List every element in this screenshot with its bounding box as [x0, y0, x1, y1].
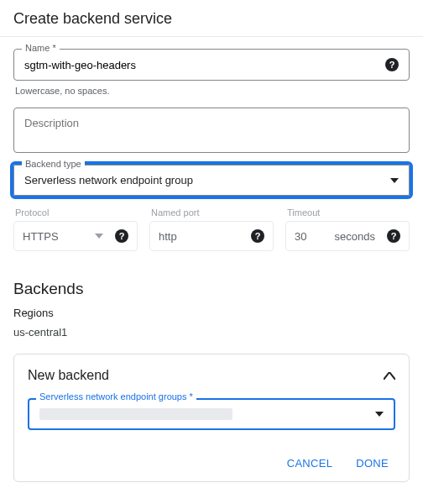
neg-label: Serverless network endpoint groups * [36, 391, 196, 402]
name-field: Name * ? [13, 49, 410, 81]
help-icon[interactable]: ? [115, 229, 128, 243]
help-icon[interactable]: ? [385, 58, 399, 71]
named-port-field: Named port http ? [149, 207, 274, 251]
neg-select[interactable] [28, 398, 395, 430]
help-icon[interactable]: ? [251, 229, 264, 243]
regions-label: Regions [13, 307, 410, 319]
neg-value-placeholder [39, 408, 232, 420]
description-input[interactable] [24, 117, 399, 147]
backend-type-label: Backend type [22, 159, 85, 169]
protocol-field: Protocol HTTPS ? [13, 207, 138, 251]
chevron-down-icon [375, 412, 384, 417]
backend-type-value: Serverless network endpoint group [24, 174, 193, 186]
backend-type-select[interactable]: Serverless network endpoint group [13, 165, 410, 196]
page-title: Create backend service [0, 0, 423, 37]
done-button[interactable]: DONE [356, 457, 389, 470]
backends-heading: Backends [13, 280, 410, 298]
name-helper-text: Lowercase, no spaces. [15, 86, 410, 96]
chevron-down-icon [390, 178, 399, 183]
name-label: Name * [22, 43, 60, 53]
name-input[interactable] [24, 59, 379, 71]
timeout-field: Timeout 30 seconds ? [285, 207, 410, 251]
new-backend-title: New backend [28, 368, 109, 383]
new-backend-card: New backend Serverless network endpoint … [13, 354, 410, 482]
help-icon[interactable]: ? [387, 229, 400, 243]
cancel-button[interactable]: CANCEL [287, 457, 333, 470]
region-value: us-central1 [13, 326, 410, 339]
collapse-icon[interactable] [384, 370, 395, 382]
backend-type-highlight: Backend type Serverless network endpoint… [10, 161, 413, 199]
description-field [13, 108, 410, 153]
chevron-down-icon [95, 234, 103, 239]
